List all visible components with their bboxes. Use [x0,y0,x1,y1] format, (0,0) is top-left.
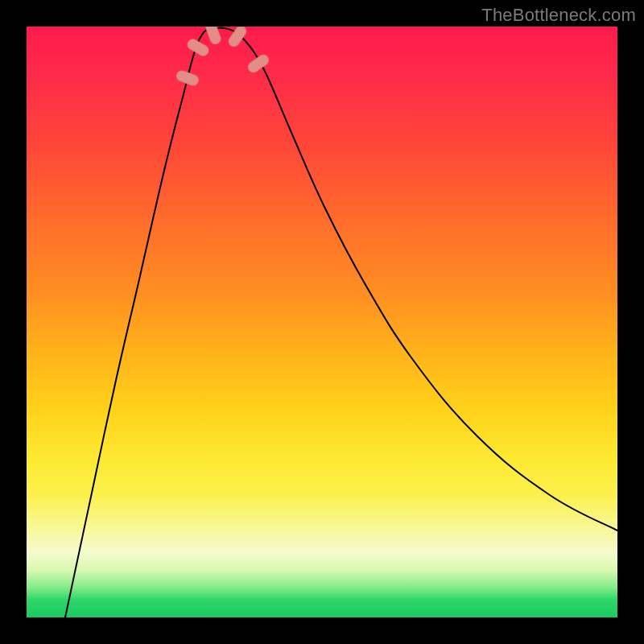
marker-1 [175,69,200,87]
curve-layer [27,27,617,617]
marker-3 [204,27,222,45]
bottleneck-curve [65,28,617,617]
watermark-text: TheBottleneck.com [481,5,636,26]
marker-5 [246,53,270,75]
chart-frame: TheBottleneck.com [0,0,644,644]
plot-area [27,27,617,617]
